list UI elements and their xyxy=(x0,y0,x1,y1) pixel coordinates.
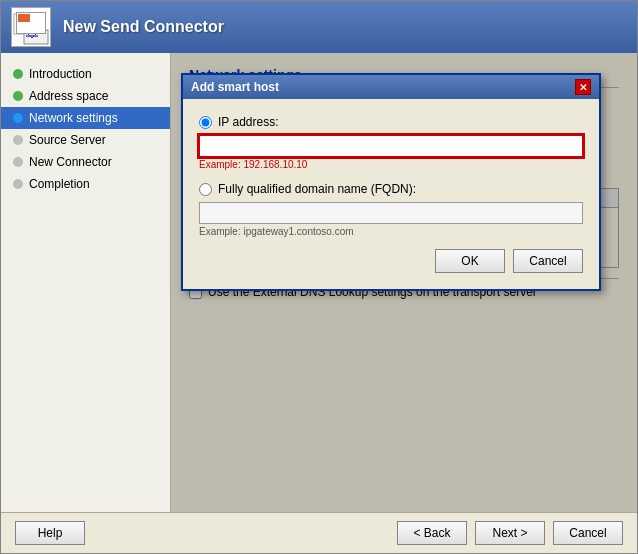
ip-radio-row: IP address: xyxy=(199,115,583,129)
main-window: New Send Connector Introduction Address … xyxy=(0,0,638,554)
radio-fqdn[interactable] xyxy=(199,183,212,196)
ip-address-input[interactable] xyxy=(199,135,583,157)
next-button[interactable]: Next > xyxy=(475,521,545,545)
ip-address-group: IP address: Example: 192.168.10.10 xyxy=(199,115,583,170)
ip-example: Example: 192.168.10.10 xyxy=(199,159,583,170)
sidebar-item-address-space[interactable]: Address space xyxy=(1,85,170,107)
window-icon xyxy=(11,7,51,47)
sidebar-item-network-settings[interactable]: Network settings xyxy=(1,107,170,129)
dot-source-server xyxy=(13,135,23,145)
add-smart-host-modal: Add smart host ✕ IP address: Example: 19… xyxy=(181,73,601,291)
sidebar-label-network-settings: Network settings xyxy=(29,111,118,125)
modal-buttons: OK Cancel xyxy=(199,249,583,273)
modal-titlebar: Add smart host ✕ xyxy=(183,75,599,99)
sidebar-label-address-space: Address space xyxy=(29,89,108,103)
footer-nav-buttons: < Back Next > Cancel xyxy=(397,521,623,545)
fqdn-label: Fully qualified domain name (FQDN): xyxy=(218,182,416,196)
content-area: Introduction Address space Network setti… xyxy=(1,53,637,512)
dot-new-connector xyxy=(13,157,23,167)
sidebar-label-introduction: Introduction xyxy=(29,67,92,81)
sidebar-item-completion[interactable]: Completion xyxy=(1,173,170,195)
cancel-button[interactable]: Cancel xyxy=(553,521,623,545)
modal-body: IP address: Example: 192.168.10.10 Fully… xyxy=(183,99,599,289)
ip-label: IP address: xyxy=(218,115,278,129)
sidebar-label-completion: Completion xyxy=(29,177,90,191)
fqdn-group: Fully qualified domain name (FQDN): Exam… xyxy=(199,182,583,237)
window-title: New Send Connector xyxy=(63,18,224,36)
dot-completion xyxy=(13,179,23,189)
fqdn-input[interactable] xyxy=(199,202,583,224)
title-bar: New Send Connector xyxy=(1,1,637,53)
svg-rect-5 xyxy=(24,30,48,44)
modal-overlay: Add smart host ✕ IP address: Example: 19… xyxy=(171,53,637,512)
dot-introduction xyxy=(13,69,23,79)
svg-rect-1 xyxy=(16,16,26,24)
sidebar-item-introduction[interactable]: Introduction xyxy=(1,63,170,85)
sidebar-label-source-server: Source Server xyxy=(29,133,106,147)
fqdn-radio-row: Fully qualified domain name (FQDN): xyxy=(199,182,583,196)
svg-rect-0 xyxy=(14,14,40,34)
fqdn-example: Example: ipgateway1.contoso.com xyxy=(199,226,583,237)
sidebar-label-new-connector: New Connector xyxy=(29,155,112,169)
footer: Help < Back Next > Cancel xyxy=(1,512,637,553)
sidebar-item-source-server[interactable]: Source Server xyxy=(1,129,170,151)
sidebar-item-new-connector[interactable]: New Connector xyxy=(1,151,170,173)
back-button[interactable]: < Back xyxy=(397,521,467,545)
ok-button[interactable]: OK xyxy=(435,249,505,273)
modal-title: Add smart host xyxy=(191,80,279,94)
modal-close-button[interactable]: ✕ xyxy=(575,79,591,95)
dot-network-settings xyxy=(13,113,23,123)
help-button[interactable]: Help xyxy=(15,521,85,545)
sidebar: Introduction Address space Network setti… xyxy=(1,53,171,512)
dot-address-space xyxy=(13,91,23,101)
radio-ip[interactable] xyxy=(199,116,212,129)
main-content: Network settings Select how to send mail… xyxy=(171,53,637,512)
cancel-modal-button[interactable]: Cancel xyxy=(513,249,583,273)
